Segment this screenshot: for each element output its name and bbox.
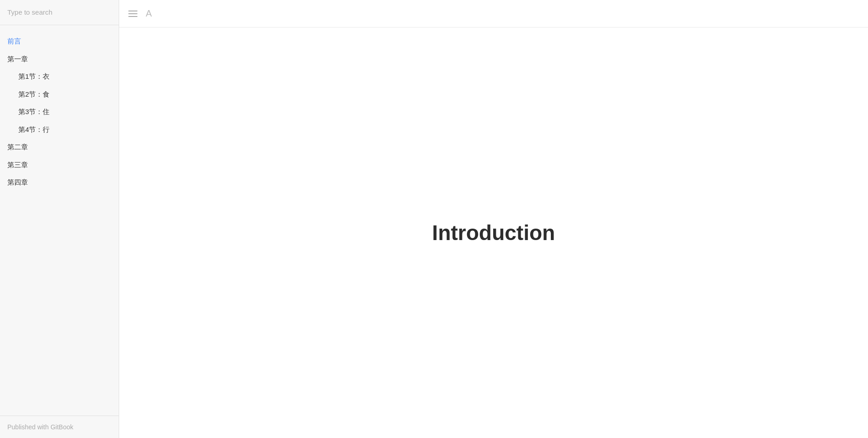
search-input[interactable] bbox=[7, 8, 111, 16]
main-panel: A Introduction bbox=[119, 0, 868, 438]
sidebar: 前言第一章第1节：衣第2节：食第3节：住第4节：行第二章第三章第四章 Publi… bbox=[0, 0, 119, 438]
sidebar-footer: Published with GitBook bbox=[0, 416, 119, 438]
sidebar-item-chapter1-sec2[interactable]: 第2节：食 bbox=[0, 86, 119, 104]
footer-text: Published with GitBook bbox=[7, 423, 73, 431]
sidebar-item-preface[interactable]: 前言 bbox=[0, 33, 119, 50]
sidebar-item-chapter1[interactable]: 第一章 bbox=[0, 50, 119, 68]
sidebar-item-chapter3[interactable]: 第三章 bbox=[0, 156, 119, 174]
font-size-icon[interactable]: A bbox=[146, 8, 152, 19]
sidebar-item-chapter2[interactable]: 第二章 bbox=[0, 138, 119, 156]
content-area: Introduction bbox=[119, 27, 868, 438]
toolbar: A bbox=[119, 0, 868, 27]
hamburger-icon[interactable] bbox=[128, 11, 137, 17]
sidebar-item-chapter1-sec3[interactable]: 第3节：住 bbox=[0, 103, 119, 121]
sidebar-item-chapter4[interactable]: 第四章 bbox=[0, 174, 119, 192]
nav-list: 前言第一章第1节：衣第2节：食第3节：住第4节：行第二章第三章第四章 bbox=[0, 25, 119, 416]
sidebar-item-chapter1-sec1[interactable]: 第1节：衣 bbox=[0, 68, 119, 86]
sidebar-item-chapter1-sec4[interactable]: 第4节：行 bbox=[0, 121, 119, 139]
page-title: Introduction bbox=[432, 220, 555, 245]
search-container bbox=[0, 0, 119, 25]
